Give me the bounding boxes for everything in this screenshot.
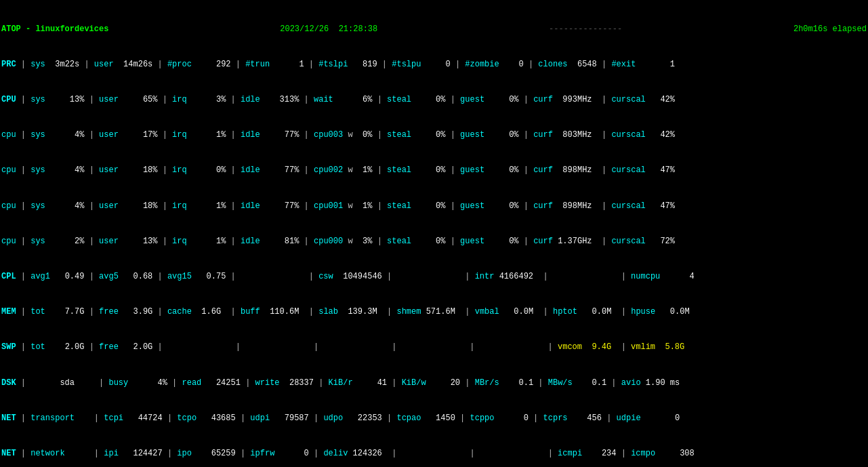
app-title: ATOP - linuxfordevices [1,24,108,35]
prc-row: PRC | sys 3m22s | user 14m26s | #proc 29… [0,59,868,70]
header-dashes: --------------- [549,24,622,35]
screen: ATOP - linuxfordevices 2023/12/26 21:28:… [0,0,868,467]
mem-row: MEM | tot 7.7G | free 3.9G | cache 1.6G … [0,306,868,318]
header-elapsed: 2h0m16s elapsed [793,24,867,35]
net-transport-row: NET | transport | tcpi 44724 | tcpo 4368… [0,413,868,424]
cpu3-row: cpu | sys 2% | user 13% | irq 1% | idle … [0,236,868,247]
stats-section: ATOP - linuxfordevices 2023/12/26 21:28:… [0,0,868,467]
header-date: 2023/12/26 21:28:38 [280,24,377,35]
cpu2-row: cpu | sys 4% | user 18% | irq 1% | idle … [0,201,868,212]
dsk-row: DSK | sda | busy 4% | read 24251 | write… [0,378,868,389]
cpu-row: CPU | sys 13% | user 65% | irq 3% | idle… [0,94,868,106]
net-network-row: NET | network | ipi 124427 | ipo 65259 |… [0,448,868,460]
cpu0-row: cpu | sys 4% | user 17% | irq 1% | idle … [0,129,868,141]
cpl-row: CPL | avg1 0.49 | avg5 0.68 | avg15 0.75… [0,271,868,283]
header-row: ATOP - linuxfordevices 2023/12/26 21:28:… [0,24,868,35]
swp-row: SWP | tot 2.0G | free 2.0G | | | | | | v… [0,342,868,353]
cpu1-row: cpu | sys 4% | user 18% | irq 0% | idle … [0,165,868,176]
